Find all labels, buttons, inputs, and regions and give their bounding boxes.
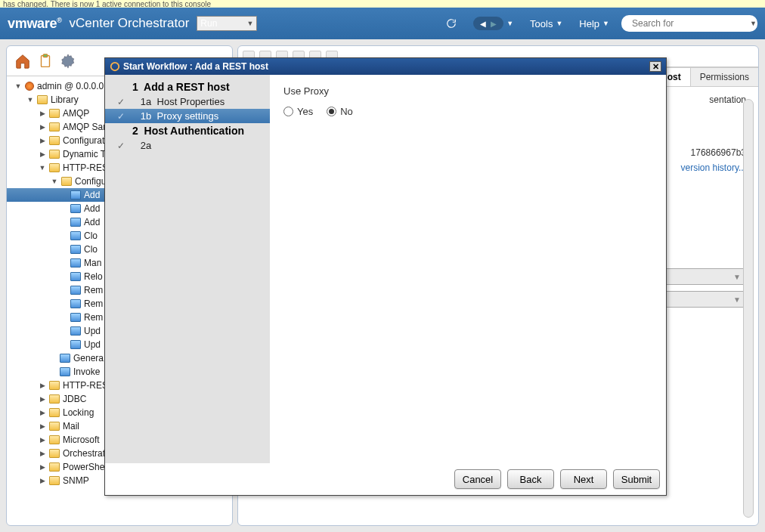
- wizard-steps: 1 Add a REST host ✓ 1a Host Properties ✓…: [105, 75, 270, 463]
- tab-presentation-partial[interactable]: sentation: [709, 94, 746, 105]
- tree-label: Microsoft: [63, 435, 100, 445]
- folder-icon: [49, 408, 60, 417]
- product-name: vCenter Orchestrator: [70, 16, 190, 31]
- logo-vm: vm: [8, 16, 26, 31]
- tools-label: Tools: [530, 18, 553, 29]
- tree-label: Rem: [84, 285, 103, 295]
- tree-label: Locking: [63, 407, 94, 418]
- tools-menu[interactable]: Tools▼: [525, 15, 567, 32]
- workflow-icon: [70, 272, 81, 281]
- tree-label: Invoke: [73, 367, 100, 377]
- run-mode-select[interactable]: Run ▼: [197, 16, 257, 31]
- workflow-icon: [70, 190, 81, 200]
- step-2[interactable]: 2 Host Authentication: [105, 123, 270, 138]
- step-num: 1a: [141, 96, 151, 107]
- workflow-icon: [70, 258, 81, 268]
- radio-label: Yes: [297, 106, 313, 117]
- workflow-icon: [60, 367, 70, 376]
- step-1a[interactable]: ✓ 1a Host Properties: [105, 94, 270, 109]
- tree-label: Add: [84, 190, 100, 200]
- folder-icon: [61, 177, 72, 186]
- tree-label: Man: [84, 258, 101, 268]
- folder-icon: [49, 136, 60, 145]
- history-back-forward[interactable]: ◀▶ ▼: [469, 14, 518, 33]
- step-label: Host Properties: [157, 96, 225, 107]
- home-icon[interactable]: [14, 53, 31, 70]
- workflow-id: 176866967b3: [691, 147, 746, 158]
- clipboard-icon[interactable]: [37, 53, 54, 70]
- tree-label: Genera: [73, 353, 104, 363]
- step-num: 1: [132, 81, 138, 93]
- tree-label: Orchestrat: [63, 448, 105, 459]
- tab-permissions[interactable]: Permissions: [690, 67, 759, 86]
- start-workflow-dialog: Start Workflow : Add a REST host ✕ 1 Add…: [104, 57, 667, 496]
- workflow-icon: [70, 245, 81, 254]
- app-header: vmware® vCenter Orchestrator Run ▼ ◀▶ ▼ …: [0, 8, 765, 39]
- gear-icon[interactable]: [60, 53, 76, 70]
- folder-icon: [49, 435, 60, 444]
- submit-button[interactable]: Submit: [613, 469, 660, 489]
- help-menu[interactable]: Help▼: [575, 15, 614, 32]
- tree-label: Upd: [84, 326, 101, 336]
- radio-label: No: [340, 106, 353, 117]
- use-proxy-yes[interactable]: Yes: [283, 106, 313, 117]
- refresh-button[interactable]: [441, 15, 461, 32]
- tree-label: Add: [84, 203, 100, 214]
- tree-label: Relo: [84, 271, 103, 282]
- back-button[interactable]: Back: [507, 469, 554, 489]
- step-num: 2: [132, 125, 138, 137]
- svg-rect-3: [43, 54, 48, 57]
- dialog-buttons: Cancel Back Next Submit: [105, 463, 666, 495]
- workflow-icon: [70, 218, 81, 227]
- tree-label: Dynamic T: [63, 149, 106, 159]
- tree-label: Rem: [84, 312, 103, 323]
- tree-label: Configu: [75, 176, 106, 187]
- step-1[interactable]: 1 Add a REST host: [105, 79, 270, 94]
- step-label: Host Authentication: [144, 125, 244, 137]
- status-notice: has changed. There is now 1 active conne…: [0, 0, 765, 8]
- folder-icon: [37, 95, 48, 104]
- tree-label: Rem: [84, 298, 103, 309]
- workflow-icon: [110, 61, 120, 72]
- tree-label: Clo: [84, 244, 98, 255]
- dialog-title-text: Start Workflow : Add a REST host: [123, 61, 268, 72]
- use-proxy-no[interactable]: No: [327, 106, 353, 117]
- scrollbar[interactable]: [743, 99, 754, 518]
- step-num: 2a: [141, 140, 151, 151]
- cancel-button[interactable]: Cancel: [454, 469, 501, 489]
- tree-label: AMQP: [63, 108, 89, 119]
- close-button[interactable]: ✕: [649, 61, 661, 72]
- step-1b[interactable]: ✓ 1b Proxy settings: [105, 109, 270, 123]
- tree-label: JDBC: [63, 394, 86, 404]
- step-label: Proxy settings: [157, 110, 219, 122]
- step-label: Add a REST host: [144, 81, 230, 93]
- workflow-icon: [60, 354, 70, 363]
- version-history-link[interactable]: version history...: [681, 162, 746, 173]
- logo-ware: ware: [26, 16, 57, 31]
- run-label: Run: [200, 18, 217, 29]
- dialog-titlebar: Start Workflow : Add a REST host ✕: [105, 58, 666, 75]
- workflow-icon: [70, 231, 81, 240]
- search-box[interactable]: ▼: [621, 15, 757, 32]
- folder-icon: [49, 150, 60, 159]
- workflow-icon: [70, 313, 81, 322]
- next-button[interactable]: Next: [560, 469, 607, 489]
- tree-label: Mail: [63, 421, 79, 431]
- workflow-icon: [70, 299, 81, 308]
- folder-icon: [49, 109, 60, 118]
- workflow-icon: [70, 326, 81, 336]
- radio-icon: [283, 107, 293, 116]
- step-2a[interactable]: ✓ 2a: [105, 138, 270, 153]
- search-filter-dropdown[interactable]: ▼: [750, 20, 757, 27]
- radio-icon: [327, 107, 336, 116]
- help-label: Help: [579, 18, 599, 29]
- tree-label: AMQP San: [63, 122, 108, 132]
- step-num: 1b: [141, 110, 151, 122]
- tree-label: SNMP: [63, 475, 89, 486]
- search-input[interactable]: [627, 18, 750, 29]
- workflow-icon: [70, 204, 81, 213]
- wizard-content: Use Proxy Yes No: [270, 75, 666, 463]
- workflow-icon: [70, 340, 81, 349]
- folder-icon: [49, 394, 60, 404]
- vmware-logo: vmware®: [8, 16, 62, 32]
